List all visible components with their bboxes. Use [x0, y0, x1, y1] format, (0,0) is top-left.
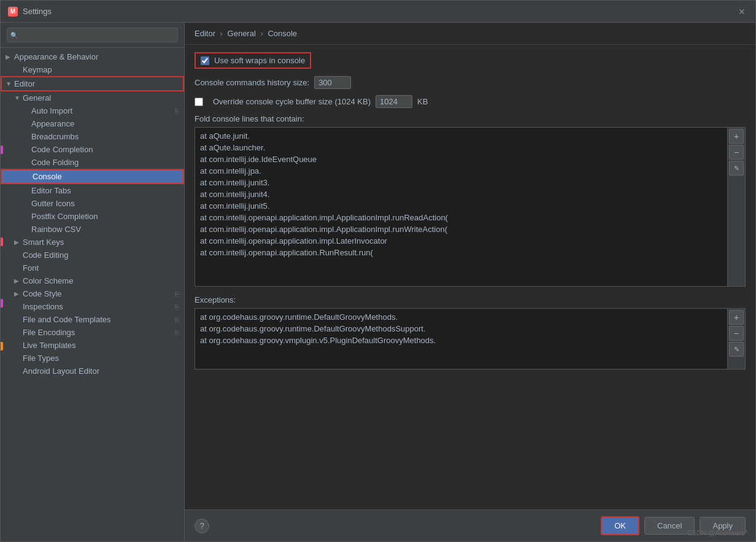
sidebar-tree: ▶ Appearance & Behavior Keymap ▼ Editor …: [1, 48, 184, 541]
list-item[interactable]: at org.codehaus.groovy.vmplugin.v5.Plugi…: [195, 335, 727, 346]
sidebar-label: Postfix Completion: [31, 212, 98, 221]
settings-dialog: M Settings ✕ ▶ Appearance & Behavior: [0, 0, 756, 542]
cycle-buffer-label: Override console cycle buffer size (1024…: [213, 97, 371, 106]
history-size-row: Console commands history size:: [195, 76, 746, 89]
ok-button[interactable]: OK: [601, 516, 639, 535]
list-item[interactable]: at org.codehaus.groovy.runtime.DefaultGr…: [195, 323, 727, 335]
cycle-buffer-unit: KB: [417, 97, 428, 106]
fold-list-buttons: + − ✎: [728, 127, 746, 287]
list-item[interactable]: at com.intellij.junit4.: [195, 188, 727, 200]
list-item[interactable]: at com.intellij.openapi.application.RunR…: [195, 247, 727, 258]
fold-list-box[interactable]: at aQute.junit. at aQute.launcher. at co…: [195, 127, 728, 287]
exceptions-section-label: Exceptions:: [195, 295, 746, 304]
sidebar-label: Android Layout Editor: [23, 366, 99, 376]
sidebar-label: Code Editing: [23, 250, 68, 260]
copy-icon: ⎘: [175, 329, 179, 336]
list-item[interactable]: at aQute.junit.: [195, 130, 727, 142]
sidebar-item-console[interactable]: Console: [1, 169, 184, 184]
sidebar-item-auto-import[interactable]: Auto Import ⎘: [1, 104, 184, 117]
sidebar-item-file-code-templates[interactable]: File and Code Templates ⎘: [1, 313, 184, 326]
close-button[interactable]: ✕: [736, 6, 748, 18]
search-wrapper: [7, 28, 178, 42]
list-item[interactable]: at com.intellij.openapi.application.impl…: [195, 212, 727, 223]
breadcrumb-console: Console: [268, 29, 297, 38]
edit-fold-item-button[interactable]: ✎: [729, 161, 744, 176]
sidebar-item-smart-keys[interactable]: ▶ Smart Keys: [1, 236, 184, 249]
sidebar-item-rainbow-csv[interactable]: Rainbow CSV: [1, 223, 184, 236]
add-exception-button[interactable]: +: [729, 310, 744, 325]
history-size-input[interactable]: [314, 76, 351, 89]
sidebar-item-editor[interactable]: ▼ Editor: [1, 76, 184, 91]
sidebar-item-android-layout-editor[interactable]: Android Layout Editor: [1, 365, 184, 377]
breadcrumb-editor: Editor: [195, 29, 215, 38]
arrow-icon: ▼: [14, 95, 23, 101]
sidebar-item-breadcrumbs[interactable]: Breadcrumbs: [1, 130, 184, 143]
side-marker-2: [1, 238, 3, 246]
copy-icon: ⎘: [175, 290, 179, 298]
side-marker-3: [1, 299, 3, 308]
cycle-buffer-checkbox[interactable]: [195, 98, 203, 106]
sidebar-label: Rainbow CSV: [31, 225, 81, 234]
sidebar-item-color-scheme[interactable]: ▶ Color Scheme: [1, 274, 184, 287]
sidebar-label: Editor: [14, 79, 35, 88]
exceptions-list-box[interactable]: at org.codehaus.groovy.runtime.DefaultGr…: [195, 308, 728, 370]
remove-fold-item-button[interactable]: −: [729, 145, 744, 160]
sidebar-item-code-editing[interactable]: Code Editing: [1, 249, 184, 261]
sidebar-item-code-style[interactable]: ▶ Code Style ⎘: [1, 287, 184, 300]
list-item[interactable]: at aQute.launcher.: [195, 142, 727, 153]
list-item[interactable]: at com.intellij.junit5.: [195, 200, 727, 212]
dialog-title: Settings: [23, 7, 736, 16]
arrow-icon: ▶: [14, 290, 23, 297]
breadcrumb: Editor › General › Console: [185, 23, 755, 45]
app-icon: M: [8, 7, 18, 17]
list-item[interactable]: at com.intellij.junit3.: [195, 177, 727, 188]
sidebar-label: Auto Import: [31, 106, 72, 115]
list-item[interactable]: at com.intellij.openapi.application.impl…: [195, 223, 727, 235]
sidebar-item-editor-tabs[interactable]: Editor Tabs: [1, 184, 184, 197]
sidebar-item-file-types[interactable]: File Types: [1, 352, 184, 365]
sidebar-label: File and Code Templates: [23, 315, 111, 324]
fold-list-container: at aQute.junit. at aQute.launcher. at co…: [195, 127, 746, 287]
soft-wrap-checkbox[interactable]: [201, 56, 209, 65]
cycle-buffer-input[interactable]: [376, 95, 412, 108]
list-item[interactable]: at com.intellij.jpa.: [195, 165, 727, 177]
sidebar-label: Inspections: [23, 302, 63, 311]
arrow-icon: ▶: [14, 239, 23, 246]
sidebar-item-general[interactable]: ▼ General: [1, 91, 184, 104]
title-bar: M Settings ✕: [1, 1, 755, 23]
edit-exception-button[interactable]: ✎: [729, 342, 744, 357]
arrow-icon: ▶: [14, 277, 23, 284]
list-item[interactable]: at org.codehaus.groovy.runtime.DefaultGr…: [195, 311, 727, 323]
copy-icon: ⎘: [175, 303, 179, 311]
sidebar: ▶ Appearance & Behavior Keymap ▼ Editor …: [1, 23, 185, 541]
list-item[interactable]: at com.intellij.ide.IdeEventQueue: [195, 153, 727, 165]
sidebar-label: Smart Keys: [23, 238, 64, 247]
sidebar-label: Code Completion: [31, 145, 93, 154]
search-input[interactable]: [7, 28, 178, 42]
add-fold-item-button[interactable]: +: [729, 129, 744, 144]
exceptions-list-buttons: + − ✎: [728, 308, 746, 370]
sidebar-item-code-folding[interactable]: Code Folding: [1, 156, 184, 169]
sidebar-item-postfix-completion[interactable]: Postfix Completion: [1, 210, 184, 223]
sidebar-item-inspections[interactable]: Inspections ⎘: [1, 300, 184, 313]
help-button[interactable]: ?: [195, 519, 209, 533]
sidebar-item-gutter-icons[interactable]: Gutter Icons: [1, 197, 184, 210]
sidebar-label: Editor Tabs: [31, 186, 71, 195]
sidebar-item-live-templates[interactable]: Live Templates: [1, 339, 184, 352]
sidebar-label: Code Folding: [31, 158, 79, 167]
sidebar-item-file-encodings[interactable]: File Encodings ⎘: [1, 326, 184, 339]
sidebar-label: Live Templates: [23, 341, 75, 350]
remove-exception-button[interactable]: −: [729, 326, 744, 341]
list-item[interactable]: at com.intellij.openapi.application.impl…: [195, 235, 727, 247]
breadcrumb-sep-2: ›: [260, 29, 263, 38]
sidebar-label: General: [23, 93, 51, 103]
sidebar-label: Breadcrumbs: [31, 132, 79, 141]
sidebar-item-font[interactable]: Font: [1, 261, 184, 274]
soft-wrap-row: Use soft wraps in console: [195, 52, 311, 69]
sidebar-item-keymap[interactable]: Keymap: [1, 63, 184, 76]
history-size-label: Console commands history size:: [195, 78, 309, 87]
sidebar-item-appearance-behavior[interactable]: ▶ Appearance & Behavior: [1, 50, 184, 63]
sidebar-item-appearance[interactable]: Appearance: [1, 117, 184, 130]
sidebar-label: Gutter Icons: [31, 199, 75, 208]
sidebar-item-code-completion[interactable]: Code Completion: [1, 143, 184, 156]
